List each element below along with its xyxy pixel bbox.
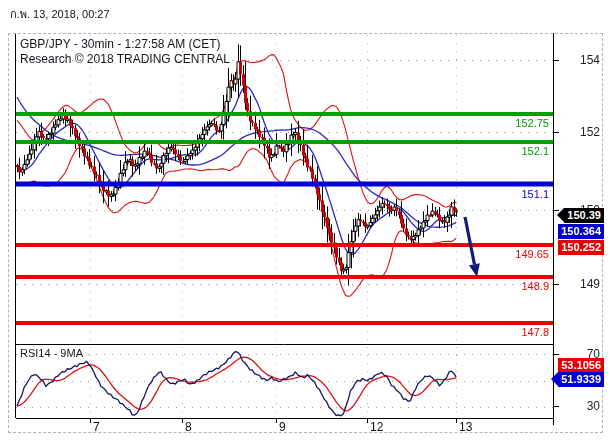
price-tag-band-value: 150.252 <box>561 241 601 253</box>
y-axis-tick-label: 152 <box>564 125 600 139</box>
level-label-resistance-152-75: 152.75 <box>479 117 549 129</box>
price-tag-last-value: 150.39 <box>567 209 601 221</box>
chart-title-line: GBP/JPY - 30min - 1:27:58 AM (CET) <box>20 37 230 52</box>
tag-arrow-icon <box>546 372 558 386</box>
price-tag-band: 150.252 <box>558 240 604 255</box>
x-axis-tick-label: 12 <box>370 420 383 434</box>
tag-arrow-icon <box>552 208 564 222</box>
chart-copyright: Research © 2018 TRADING CENTRAL <box>20 52 230 67</box>
y-axis-tick-label: 154 <box>564 53 600 67</box>
level-label-pivot-151-1: 151.1 <box>479 188 549 200</box>
rsi-tag-value: 51.9339 <box>558 372 604 387</box>
level-label-support-148-9: 148.9 <box>479 280 549 292</box>
level-label-resistance-152-1: 152.1 <box>479 145 549 157</box>
trading-central-chart: ก.พ. 13, 2018, 00:27 GBP/JPY - 30min - 1… <box>0 0 610 440</box>
x-axis-tick-label: 7 <box>93 420 100 434</box>
chart-title: GBP/JPY - 30min - 1:27:58 AM (CET) Resea… <box>20 37 230 67</box>
y-axis-tick-label: 149 <box>564 277 600 291</box>
price-tag-last: 150.39 <box>564 208 604 223</box>
rsi-panel-label: RSI14 - 9MA <box>20 347 83 359</box>
x-axis-tick-label: 13 <box>459 420 472 434</box>
chart-border <box>8 33 603 433</box>
rsi-tag-value-value: 51.9339 <box>561 373 601 385</box>
level-label-support-147-8: 147.8 <box>479 326 549 338</box>
price-tag-ma-value: 150.364 <box>561 225 601 237</box>
x-axis-tick-label: 8 <box>185 420 192 434</box>
level-label-support-149-65: 149.65 <box>479 248 549 260</box>
rsi-tag-ma-value: 53.1056 <box>561 359 601 371</box>
rsi-tick-label-30: 30 <box>564 399 600 413</box>
x-axis-tick-label: 9 <box>279 420 286 434</box>
price-tag-ma: 150.364 <box>558 224 604 239</box>
rsi-tag-ma: 53.1056 <box>558 358 604 373</box>
date-header: ก.พ. 13, 2018, 00:27 <box>10 5 110 23</box>
